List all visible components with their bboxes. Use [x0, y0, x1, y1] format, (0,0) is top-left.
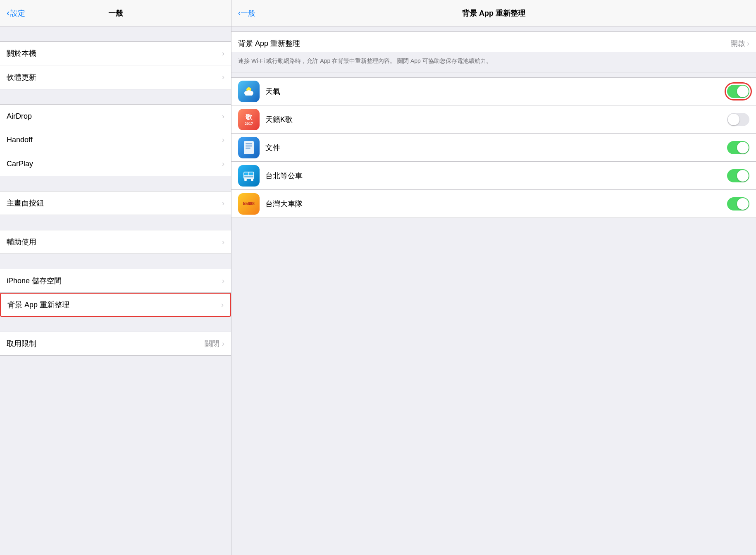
spacer-4	[0, 215, 231, 230]
toggle-knob-karaoke	[728, 114, 739, 125]
svg-rect-7	[246, 146, 252, 146]
karaoke-icon-text: 歌	[246, 113, 252, 122]
right-nav-back-label: 一般	[241, 8, 255, 18]
docs-icon-svg	[242, 140, 255, 155]
left-settings-list: 關於本機 › 軟體更新 › AirDrop › Hand	[0, 26, 231, 555]
right-content: 背景 App 重新整理 開啟 › 連接 Wi-Fi 或行動網路時，允許 App …	[231, 26, 756, 555]
desc-body: 連接 Wi-Fi 或行動網路時，允許 App 在背景中重新整理內容。 關閉 Ap…	[231, 52, 756, 72]
app-name-weather: 天氣	[265, 86, 721, 96]
toggle-knob-taxi	[737, 198, 749, 210]
item-accessibility-label: 輔助使用	[7, 237, 36, 247]
app-icon-bus	[238, 165, 260, 187]
right-panel: ‹ 一般 背景 App 重新整理 背景 App 重新整理 開啟 › 連接 Wi-…	[231, 0, 756, 555]
list-item-about[interactable]: 關於本機 ›	[0, 41, 231, 65]
spacer-1	[0, 26, 231, 41]
app-icon-docs	[238, 137, 260, 158]
item-airdrop-right: ›	[222, 112, 224, 121]
toggle-knob-docs	[737, 142, 749, 153]
list-item-restrictions[interactable]: 取用限制 關閉 ›	[0, 332, 231, 356]
item-home-button-right: ›	[222, 199, 224, 208]
item-software-label: 軟體更新	[7, 72, 36, 82]
item-carplay-right: ›	[222, 160, 224, 168]
app-item-karaoke: 歌 2017 天籟K歌	[231, 105, 756, 134]
item-restrictions-value: 關閉	[205, 339, 219, 349]
desc-value-text: 開啟	[730, 38, 745, 48]
app-name-karaoke: 天籟K歌	[265, 115, 721, 124]
back-chevron-icon: ‹	[7, 8, 10, 19]
app-icon-taxi: 55688	[238, 193, 260, 215]
svg-rect-8	[246, 148, 250, 148]
toggle-taxi[interactable]	[727, 197, 749, 211]
right-nav-bar: ‹ 一般 背景 App 重新整理	[231, 0, 756, 26]
toggle-karaoke[interactable]	[727, 113, 749, 126]
chevron-right-icon-2: ›	[222, 73, 224, 81]
item-home-button-label: 主畫面按鈕	[7, 198, 44, 208]
group-1: 關於本機 › 軟體更新 ›	[0, 41, 231, 89]
spacer-6	[0, 317, 231, 332]
desc-title: 背景 App 重新整理	[238, 38, 300, 48]
chevron-right-icon-9: ›	[221, 301, 224, 309]
app-list-section: 天氣 歌 2017 天籟K歌	[231, 77, 756, 218]
group-2: AirDrop › Handoff › CarPlay ›	[0, 104, 231, 176]
chevron-right-icon-10: ›	[222, 340, 224, 348]
spacer-3	[0, 176, 231, 191]
list-item-accessibility[interactable]: 輔助使用 ›	[0, 230, 231, 254]
item-handoff-label: Handoff	[7, 136, 33, 144]
item-background-label: 背景 App 重新整理	[7, 300, 69, 310]
list-item-handoff[interactable]: Handoff ›	[0, 128, 231, 152]
item-restrictions-right: 關閉 ›	[205, 339, 224, 349]
app-icon-karaoke: 歌 2017	[238, 109, 260, 130]
app-name-taxi: 台灣大車隊	[265, 199, 721, 209]
chevron-right-icon-8: ›	[222, 277, 224, 285]
toggle-knob-weather	[737, 86, 749, 97]
group-5: iPhone 儲存空間 › 背景 App 重新整理 ›	[0, 269, 231, 317]
item-about-right: ›	[222, 49, 224, 58]
spacer-7	[0, 356, 231, 371]
bus-icon-svg	[241, 168, 256, 183]
desc-header: 背景 App 重新整理 開啟 ›	[238, 38, 749, 48]
right-nav-back[interactable]: ‹ 一般	[238, 8, 255, 18]
item-storage-right: ›	[222, 277, 224, 285]
list-item-storage[interactable]: iPhone 儲存空間 ›	[0, 269, 231, 293]
item-storage-label: iPhone 儲存空間	[7, 276, 62, 286]
svg-rect-11	[249, 172, 253, 175]
item-restrictions-label: 取用限制	[7, 339, 36, 349]
item-accessibility-right: ›	[222, 238, 224, 246]
list-item-airdrop[interactable]: AirDrop ›	[0, 104, 231, 128]
desc-section: 背景 App 重新整理 開啟 › 連接 Wi-Fi 或行動網路時，允許 App …	[231, 31, 756, 72]
svg-rect-10	[244, 172, 248, 175]
left-nav-title: 一般	[108, 8, 123, 18]
toggle-weather[interactable]	[727, 85, 749, 98]
group-3: 主畫面按鈕 ›	[0, 191, 231, 215]
svg-point-12	[244, 179, 247, 181]
toggle-bus[interactable]	[727, 169, 749, 182]
list-item-background[interactable]: 背景 App 重新整理 ›	[0, 293, 231, 317]
left-nav-bar: ‹ 設定 一般	[0, 0, 231, 26]
app-item-bus: 台北等公車	[231, 162, 756, 190]
chevron-right-icon-4: ›	[222, 136, 224, 144]
chevron-right-icon-7: ›	[222, 238, 224, 246]
item-handoff-right: ›	[222, 136, 224, 144]
taxi-icon-text: 55688	[243, 201, 255, 206]
weather-icon-svg	[241, 84, 256, 99]
right-nav-title: 背景 App 重新整理	[462, 8, 525, 18]
left-nav-back[interactable]: ‹ 設定	[7, 8, 25, 19]
app-name-bus: 台北等公車	[265, 171, 721, 181]
list-item-carplay[interactable]: CarPlay ›	[0, 152, 231, 176]
app-item-docs: 文件	[231, 134, 756, 162]
left-panel: ‹ 設定 一般 關於本機 › 軟體更新 › Air	[0, 0, 231, 555]
chevron-right-icon-5: ›	[222, 160, 224, 168]
svg-rect-4	[245, 94, 253, 96]
karaoke-icon-year: 2017	[245, 122, 253, 126]
chevron-right-icon-6: ›	[222, 199, 224, 208]
chevron-right-icon: ›	[222, 49, 224, 58]
svg-rect-14	[244, 176, 253, 177]
app-item-taxi: 55688 台灣大車隊	[231, 190, 756, 218]
group-4: 輔助使用 ›	[0, 230, 231, 254]
item-carplay-label: CarPlay	[7, 160, 33, 168]
toggle-docs[interactable]	[727, 141, 749, 154]
item-about-label: 關於本機	[7, 48, 36, 58]
desc-value-container[interactable]: 開啟 ›	[730, 38, 749, 48]
list-item-software[interactable]: 軟體更新 ›	[0, 65, 231, 89]
list-item-home-button[interactable]: 主畫面按鈕 ›	[0, 191, 231, 215]
